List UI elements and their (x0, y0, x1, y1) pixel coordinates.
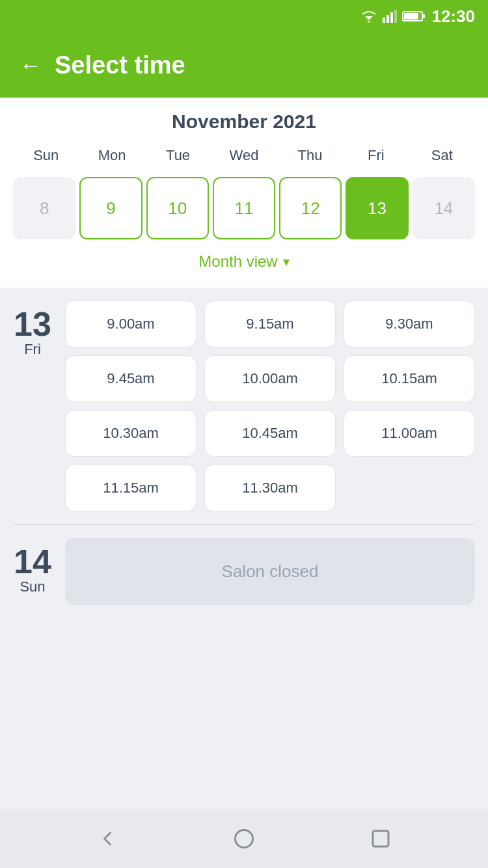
slot-11-30am[interactable]: 11.30am (204, 465, 336, 511)
back-nav-icon (96, 827, 119, 850)
svg-marker-1 (367, 21, 371, 23)
home-nav-button[interactable] (231, 826, 257, 852)
day-14-label: 14 Sun (13, 538, 52, 605)
day-12[interactable]: 12 (279, 177, 342, 239)
slot-9-15am[interactable]: 9.15am (204, 301, 336, 347)
month-view-toggle[interactable]: Month view ▾ (13, 246, 475, 281)
slot-9-45am[interactable]: 9.45am (65, 355, 197, 402)
svg-rect-3 (386, 15, 389, 23)
status-icons (360, 10, 426, 23)
day-14[interactable]: 14 (413, 177, 475, 239)
slot-9-30am[interactable]: 9.30am (344, 301, 475, 347)
day-14-number: 14 (14, 545, 51, 578)
slot-10-45am[interactable]: 10.45am (204, 410, 336, 457)
slot-11-00am[interactable]: 11.00am (344, 410, 475, 457)
slot-9-00am[interactable]: 9.00am (65, 301, 197, 347)
day-11[interactable]: 11 (213, 177, 275, 239)
svg-marker-0 (365, 16, 373, 20)
day-9[interactable]: 9 (79, 177, 142, 239)
weekday-tue: Tue (145, 143, 211, 168)
app-bar: ← Select time (0, 33, 488, 98)
days-row: 8 9 10 11 12 13 14 (13, 174, 475, 246)
day-13-label: 13 Fri (13, 301, 52, 511)
weekday-mon: Mon (79, 143, 144, 168)
slot-10-30am[interactable]: 10.30am (65, 410, 197, 457)
weekday-sat: Sat (409, 143, 475, 168)
day-14-block: 14 Sun Salon closed (13, 538, 475, 605)
svg-rect-7 (404, 13, 418, 20)
status-bar: 12:30 (0, 0, 488, 33)
svg-rect-5 (394, 10, 397, 23)
recent-nav-button[interactable] (368, 826, 394, 852)
weekday-fri: Fri (343, 143, 409, 168)
day-14-name: Sun (20, 578, 45, 595)
weekday-sun: Sun (13, 143, 79, 168)
month-title: November 2021 (13, 111, 475, 133)
signal-icon (383, 10, 397, 23)
svg-rect-8 (423, 14, 425, 18)
slot-10-00am[interactable]: 10.00am (204, 355, 336, 402)
svg-point-9 (236, 830, 253, 848)
svg-rect-10 (373, 831, 388, 847)
recent-nav-icon (369, 827, 392, 850)
weekday-thu: Thu (277, 143, 343, 168)
svg-rect-4 (390, 12, 393, 23)
divider (13, 524, 475, 525)
weekday-wed: Wed (211, 143, 277, 168)
page-title: Select time (55, 51, 185, 79)
back-button[interactable]: ← (20, 53, 42, 78)
bottom-nav (0, 809, 488, 868)
day-13-number: 13 (14, 307, 51, 341)
day-8[interactable]: 8 (13, 177, 75, 239)
day-13-slots: 9.00am 9.15am 9.30am 9.45am 10.00am 10.1… (65, 301, 475, 511)
day-13[interactable]: 13 (346, 177, 408, 239)
status-time: 12:30 (432, 7, 476, 27)
wifi-icon (360, 10, 377, 23)
day-13-block: 13 Fri 9.00am 9.15am 9.30am 9.45am 10.00… (13, 301, 475, 511)
chevron-down-icon: ▾ (283, 254, 290, 269)
time-section: 13 Fri 9.00am 9.15am 9.30am 9.45am 10.00… (0, 288, 488, 809)
day-13-name: Fri (24, 341, 41, 358)
month-view-label: Month view (198, 252, 277, 271)
home-nav-icon (232, 827, 256, 850)
battery-icon (402, 10, 426, 22)
slot-10-15am[interactable]: 10.15am (344, 355, 475, 402)
calendar-section: November 2021 Sun Mon Tue Wed Thu Fri Sa… (0, 98, 488, 288)
weekday-row: Sun Mon Tue Wed Thu Fri Sat (13, 143, 475, 168)
day-10[interactable]: 10 (146, 177, 209, 239)
back-nav-button[interactable] (94, 826, 120, 852)
svg-rect-2 (383, 18, 385, 23)
salon-closed-label: Salon closed (65, 538, 475, 605)
slot-11-15am[interactable]: 11.15am (65, 465, 197, 511)
